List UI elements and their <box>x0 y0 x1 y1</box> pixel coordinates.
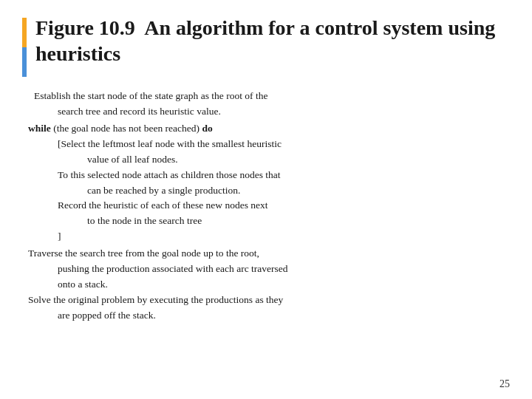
content-line-while: while (the goal node has not been reache… <box>28 121 510 137</box>
content-line-6: To this selected node attach as children… <box>28 168 510 183</box>
content-line-4: [Select the leftmost leaf node with the … <box>28 137 510 152</box>
keyword-do: do <box>202 123 212 134</box>
line1-text: Establish the start node of the state gr… <box>34 90 267 101</box>
keyword-while: while <box>28 123 51 134</box>
slide-container: Figure 10.9 An algorithm for a control s… <box>0 0 532 399</box>
content-line-14: Solve the original problem by executing … <box>28 293 510 308</box>
content-line-10: ] <box>28 229 510 245</box>
content-line-8: Record the heuristic of each of these ne… <box>28 198 510 214</box>
page-number: 25 <box>499 378 510 390</box>
while-rest: (the goal node has not been reached) <box>51 123 202 134</box>
content-line-1: Establish the start node of the state gr… <box>28 89 510 104</box>
color-bar-decoration <box>22 18 27 77</box>
content-line-11: Traverse the search tree from the goal n… <box>28 246 510 262</box>
content-line-12: pushing the production associated with e… <box>28 262 510 277</box>
slide-title: Figure 10.9 An algorithm for a control s… <box>35 15 510 66</box>
content-line-13: onto a stack. <box>28 277 510 293</box>
content-line-15: are popped off the stack. <box>28 308 510 324</box>
content-section: Establish the start node of the state gr… <box>22 89 510 324</box>
figure-label: Figure 10.9 <box>35 16 135 39</box>
content-line-7: can be reached by a single production. <box>28 183 510 199</box>
title-section: Figure 10.9 An algorithm for a control s… <box>22 15 510 77</box>
content-line-5: value of all leaf nodes. <box>28 152 510 168</box>
content-line-9: to the node in the search tree <box>28 214 510 229</box>
content-line-2: search tree and record its heuristic val… <box>28 104 510 120</box>
